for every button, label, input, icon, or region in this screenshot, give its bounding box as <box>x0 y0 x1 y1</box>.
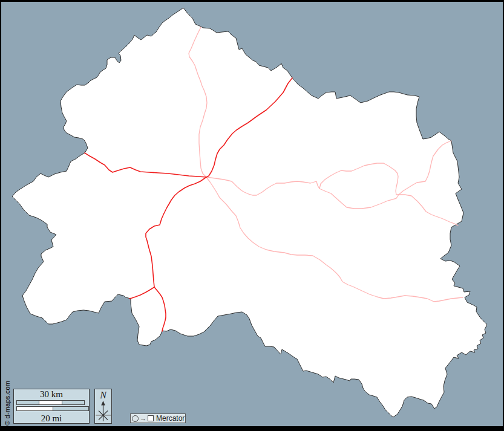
scale-km-segment <box>39 401 61 404</box>
projection-label: Mercator <box>156 414 185 423</box>
scale-box: 30 km 20 mi <box>13 389 90 424</box>
scale-mi-bar <box>16 406 89 411</box>
attribution-text: © d-maps.com <box>4 381 11 426</box>
projection-legend: → Mercator <box>130 413 186 423</box>
map-viewport: 30 km 20 mi N → Mercator © d-maps.com <box>0 0 504 431</box>
scale-mi-segment <box>17 407 53 410</box>
scale-mi-label: 20 mi <box>14 413 89 423</box>
arrow-right-icon: → <box>140 415 146 421</box>
globe-circle-icon <box>132 415 139 422</box>
flat-map-square-icon <box>148 415 154 421</box>
scale-km-bar <box>16 400 85 405</box>
north-indicator: N <box>94 389 112 424</box>
compass-icon <box>95 401 111 423</box>
north-label: N <box>100 390 106 401</box>
scale-km-segment <box>62 401 84 404</box>
map-canvas <box>0 0 504 431</box>
scale-km-segment <box>17 401 39 404</box>
scale-km-label: 30 km <box>14 389 89 399</box>
scale-mi-segment <box>53 407 89 410</box>
